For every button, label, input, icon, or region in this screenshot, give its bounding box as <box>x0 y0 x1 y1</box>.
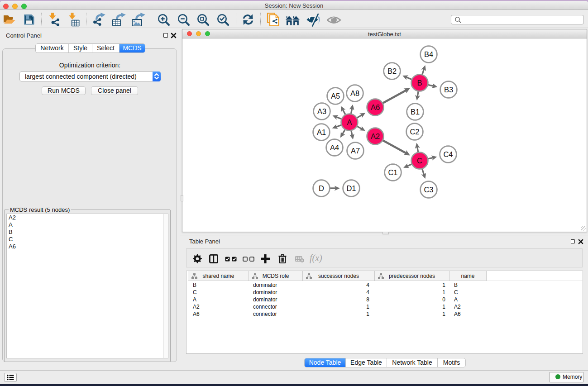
svg-text:A7: A7 <box>351 147 360 155</box>
svg-text:A1: A1 <box>317 128 326 136</box>
svg-text:A4: A4 <box>330 143 339 152</box>
svg-text:C1: C1 <box>388 168 397 176</box>
svg-text:A3: A3 <box>317 107 326 115</box>
svg-text:B2: B2 <box>387 67 397 75</box>
svg-text:A5: A5 <box>331 92 340 100</box>
svg-text:B4: B4 <box>424 50 433 58</box>
svg-text:A2: A2 <box>371 132 380 140</box>
svg-text:D: D <box>319 184 324 192</box>
svg-text:f(x): f(x) <box>310 254 322 263</box>
svg-text:C2: C2 <box>410 128 419 136</box>
svg-text:C3: C3 <box>424 186 433 194</box>
svg-text:A8: A8 <box>350 89 359 97</box>
svg-text:C: C <box>417 157 422 165</box>
svg-text:B1: B1 <box>411 108 420 116</box>
svg-text:C4: C4 <box>443 150 453 158</box>
svg-text:D1: D1 <box>346 184 356 192</box>
svg-text:A6: A6 <box>371 103 380 111</box>
svg-text:A: A <box>347 118 352 126</box>
svg-text:B3: B3 <box>444 86 453 94</box>
svg-text:B: B <box>417 79 422 87</box>
